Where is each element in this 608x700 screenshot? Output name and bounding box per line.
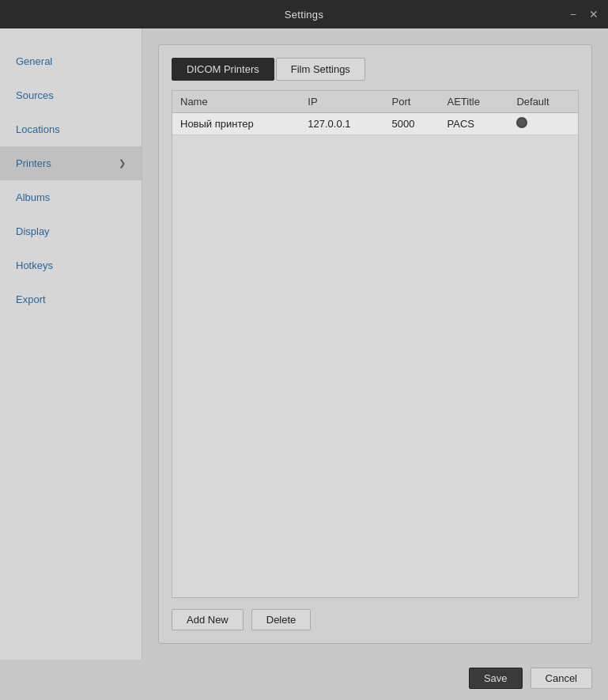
sidebar-item-albums[interactable]: Albums <box>0 180 142 214</box>
window-controls: − ✕ <box>567 7 602 21</box>
sidebar-label-export: Export <box>16 293 46 305</box>
cell-name: Новый принтер <box>172 113 300 135</box>
sidebar-item-general[interactable]: General <box>0 44 142 78</box>
cell-ip: 127.0.0.1 <box>300 113 383 135</box>
col-header-default: Default <box>508 91 578 113</box>
table-header-row: Name IP Port AETitle Default <box>172 91 578 113</box>
chevron-right-icon: ❯ <box>119 158 126 168</box>
sidebar-label-display: Display <box>16 225 50 237</box>
sidebar-label-sources: Sources <box>16 89 54 101</box>
col-header-port: Port <box>384 91 440 113</box>
cell-default <box>508 113 578 135</box>
add-new-button[interactable]: Add New <box>172 609 244 630</box>
col-header-aetitle: AETitle <box>440 91 509 113</box>
title-bar: Settings − ✕ <box>0 0 608 28</box>
sidebar-label-hotkeys: Hotkeys <box>16 259 53 271</box>
default-radio-dot <box>516 117 527 128</box>
printers-table-container: Name IP Port AETitle Default Новый принт… <box>172 90 579 598</box>
sidebar-label-locations: Locations <box>16 123 60 135</box>
panel-box: DICOM Printers Film Settings Name IP Por… <box>158 44 592 644</box>
sidebar-item-sources[interactable]: Sources <box>0 78 142 112</box>
sidebar-label-albums: Albums <box>16 191 50 203</box>
tab-dicom-printers[interactable]: DICOM Printers <box>172 58 274 81</box>
sidebar-label-printers: Printers <box>16 157 51 169</box>
save-button[interactable]: Save <box>469 668 523 689</box>
sidebar-item-display[interactable]: Display <box>0 214 142 248</box>
settings-window: Settings − ✕ General Sources Locations P… <box>0 0 608 700</box>
col-header-name: Name <box>172 91 300 113</box>
sidebar: General Sources Locations Printers ❯ Alb… <box>0 28 142 660</box>
sidebar-item-export[interactable]: Export <box>0 282 142 316</box>
sidebar-item-printers[interactable]: Printers ❯ <box>0 146 142 180</box>
sidebar-item-locations[interactable]: Locations <box>0 112 142 146</box>
col-header-ip: IP <box>300 91 383 113</box>
right-panel: DICOM Printers Film Settings Name IP Por… <box>142 28 608 660</box>
sidebar-item-hotkeys[interactable]: Hotkeys <box>0 248 142 282</box>
table-action-buttons: Add New Delete <box>172 609 579 630</box>
tab-bar: DICOM Printers Film Settings <box>172 58 579 81</box>
cancel-button[interactable]: Cancel <box>531 668 592 689</box>
minimize-button[interactable]: − <box>567 7 580 21</box>
cell-port: 5000 <box>384 113 440 135</box>
close-button[interactable]: ✕ <box>586 7 602 21</box>
printers-table: Name IP Port AETitle Default Новый принт… <box>172 91 578 135</box>
table-row[interactable]: Новый принтер 127.0.0.1 5000 PACS <box>172 113 578 135</box>
cell-aetitle: PACS <box>440 113 509 135</box>
tab-film-settings[interactable]: Film Settings <box>276 58 365 81</box>
main-content: General Sources Locations Printers ❯ Alb… <box>0 28 608 660</box>
sidebar-label-general: General <box>16 55 52 67</box>
footer: Save Cancel <box>0 660 608 700</box>
window-title: Settings <box>285 9 323 21</box>
delete-button[interactable]: Delete <box>251 609 312 630</box>
